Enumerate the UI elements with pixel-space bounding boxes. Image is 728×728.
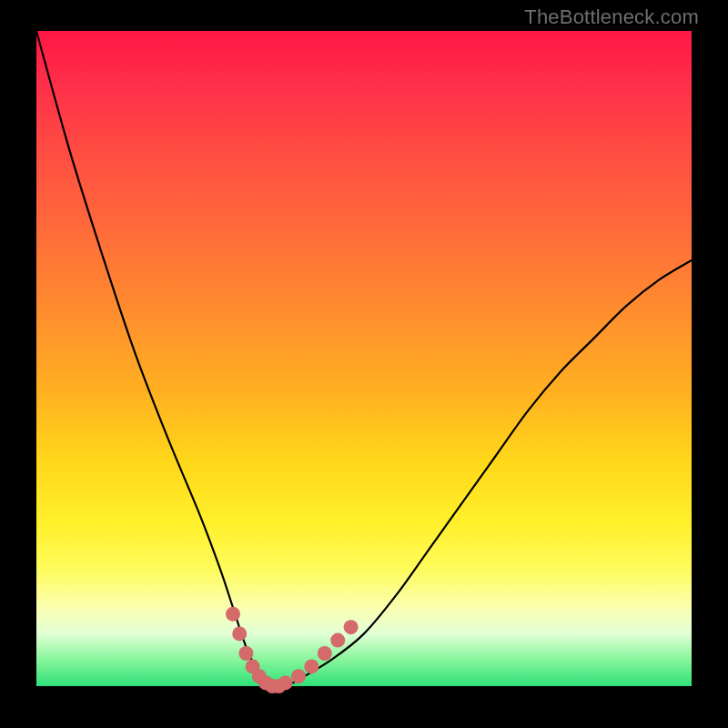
curve-marker	[318, 646, 332, 661]
curve-markers	[226, 607, 359, 693]
curve-svg	[36, 31, 692, 686]
curve-marker	[226, 607, 240, 622]
curve-marker	[278, 675, 293, 690]
curve-marker	[304, 659, 318, 673]
bottleneck-curve	[36, 31, 692, 687]
curve-marker	[232, 626, 247, 641]
chart-stage: TheBottleneck.com	[0, 0, 728, 728]
watermark-text: TheBottleneck.com	[524, 5, 699, 29]
curve-marker	[291, 669, 306, 683]
curve-marker	[330, 633, 345, 648]
plot-area	[36, 31, 692, 686]
curve-marker	[344, 620, 359, 634]
curve-marker	[238, 646, 253, 661]
